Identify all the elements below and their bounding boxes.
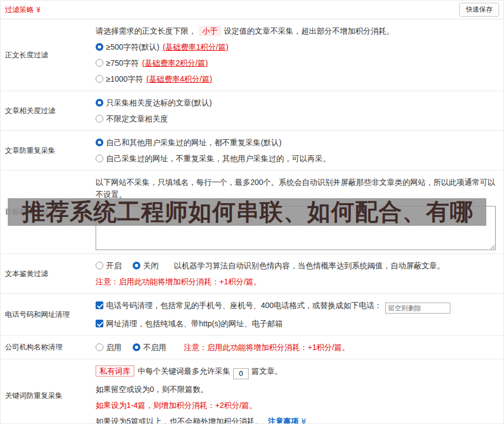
max-articles-count-input[interactable] <box>233 368 249 379</box>
length-option-750[interactable]: ≥750字符(基础费率2积分/篇) <box>96 57 499 69</box>
company-clean-note: 注意：启用此功能将增加积分消耗：+1积分/篇。 <box>184 343 350 352</box>
dedup-option-all-users-label: 自己和其他用户采集过的网址，都不重复采集(默认) <box>106 138 281 147</box>
phone-url-clean-label: 电话号码和网址清理 <box>1 294 96 335</box>
intro-after: 设定值的文章不采集，超出部分不增加积分消耗。 <box>224 26 394 35</box>
notice-chevron-icon: ≫ <box>298 418 310 424</box>
relevance-content: 只采集相关度达标的文章(默认) 不限定文章相关度 <box>96 91 503 130</box>
length-option-500-label: ≥500字符(默认) <box>106 43 159 51</box>
dedup-content: 自己和其他用户采集过的网址，都不重复采集(默认) 自己采集过的网址，不重复采集，… <box>96 131 503 170</box>
url-clean-line: 网址清理，包括纯域名、带http(s)的网址、电子邮箱 <box>96 317 499 330</box>
row-dedup-collection: 文章防重复采集 自己和其他用户采集过的网址，都不重复采集(默认) 自己采集过的网… <box>1 131 503 171</box>
url-clean-option[interactable]: 网址清理，包括纯域名、带http(s)的网址、电子邮箱 <box>96 319 283 328</box>
phone-url-clean-content: 电话号码清理，包括常见的手机号、座机号、400电话格式，或替换成如下电话： 网址… <box>96 294 503 335</box>
page-header: 过滤策略≫ 快速保存 <box>1 1 503 19</box>
company-clean-disable-label: 不启用 <box>143 343 166 352</box>
radio-icon[interactable] <box>96 115 103 123</box>
content-length-label: 正文长度过滤 <box>1 19 96 91</box>
porn-filter-content: 开启 关闭 以机器学习算法自动识别色情内容，当色情概率达到系统阈值，自动屏蔽文章… <box>96 254 503 293</box>
keyword-dedup-content: 私有词库中每个关键词最多允许采集篇文章。 如果留空或设为0，则不限篇数。 如果设… <box>96 359 503 424</box>
keyword-dedup-label: 关键词防重复采集 <box>1 359 96 424</box>
notice-link[interactable]: 注意事项≫ <box>268 417 307 424</box>
quick-save-button[interactable]: 快速保存 <box>459 3 499 17</box>
keyword-dedup-line2: 如果留空或设为0，则不限篇数。 <box>96 383 499 395</box>
keyword-dedup-line1: 私有词库中每个关键词最多允许采集篇文章。 <box>96 365 499 379</box>
relevance-label: 文章相关度过滤 <box>1 91 96 130</box>
content-length-intro: 请选择需求的正文长度下限，小于设定值的文章不采集，超出部分不增加积分消耗。 <box>96 25 499 37</box>
relevance-option-any[interactable]: 不限定文章相关度 <box>96 113 499 125</box>
length-option-500[interactable]: ≥500字符(默认)(基础费率1积分/篇) <box>96 41 499 53</box>
intro-before: 请选择需求的正文长度下限， <box>96 26 196 35</box>
relevance-option-strict-label: 只采集相关度达标的文章(默认) <box>106 98 212 107</box>
keyword-dedup-line3: 如果设为1-4篇，则增加积分消耗：+2积分/篇。 <box>96 399 499 411</box>
keyword-dedup-line4: 如果设为5篇或以上，也不会额外增加积分消耗。注意事项≫ <box>96 415 499 424</box>
phone-clean-label: 电话号码清理，包括常见的手机号、座机号、400电话格式，或替换成如下电话： <box>106 301 382 310</box>
company-clean-label: 公司机构名称清理 <box>1 336 96 359</box>
keyword-dedup-line1-end: 篇文章。 <box>251 367 282 375</box>
porn-filter-description: 以机器学习算法自动识别色情内容，当色情概率达到系统阈值，自动屏蔽文章。 <box>174 261 445 270</box>
watermark-banner: 推荐系统工程师如何串联、如何配合、有哪 <box>8 198 486 226</box>
porn-filter-option-on[interactable]: 开启 <box>96 261 124 270</box>
porn-filter-on-label: 开启 <box>106 261 122 270</box>
porn-filter-off-label: 关闭 <box>143 261 159 270</box>
radio-selected-icon[interactable] <box>96 139 103 146</box>
porn-filter-label: 文本鉴黄过滤 <box>1 254 96 293</box>
checkbox-checked-icon[interactable] <box>96 320 103 327</box>
company-clean-option-disable[interactable]: 不启用 <box>133 343 169 352</box>
url-clean-label: 网址清理，包括纯域名、带http(s)的网址、电子邮箱 <box>106 319 283 328</box>
radio-icon[interactable] <box>96 155 103 162</box>
keyword-dedup-line4-text: 如果设为5篇或以上，也不会额外增加积分消耗。 <box>96 417 262 424</box>
length-option-750-fee: (基础费率2积分/篇) <box>142 59 208 67</box>
radio-icon[interactable] <box>96 343 103 351</box>
radio-icon[interactable] <box>96 262 103 269</box>
page-title[interactable]: 过滤策略≫ <box>5 5 42 15</box>
page-title-text: 过滤策略 <box>5 6 34 14</box>
keyword-dedup-line1-mid: 中每个关键词最多允许采集 <box>138 367 230 375</box>
collapse-chevron-icon[interactable]: ≫ <box>35 6 42 13</box>
private-lexicon-tag[interactable]: 私有词库 <box>96 365 134 377</box>
dedup-option-all-users[interactable]: 自己和其他用户采集过的网址，都不重复采集(默认) <box>96 136 499 149</box>
radio-selected-icon[interactable] <box>133 262 140 269</box>
content-length-content: 请选择需求的正文长度下限，小于设定值的文章不采集，超出部分不增加积分消耗。 ≥5… <box>96 19 503 91</box>
row-phone-url-clean: 电话号码和网址清理 电话号码清理，包括常见的手机号、座机号、400电话格式，或替… <box>1 294 503 336</box>
porn-filter-note: 注意：启用此功能将增加积分消耗：+1积分/篇。 <box>96 275 499 288</box>
length-option-500-fee: (基础费率1积分/篇) <box>162 43 228 51</box>
replacement-phone-input[interactable] <box>385 303 450 314</box>
checkbox-checked-icon[interactable] <box>96 301 103 309</box>
company-clean-option-enable[interactable]: 启用 <box>96 343 124 352</box>
row-relevance-filter: 文章相关度过滤 只采集相关度达标的文章(默认) 不限定文章相关度 <box>1 91 503 131</box>
dedup-label: 文章防重复采集 <box>1 131 96 170</box>
row-company-clean: 公司机构名称清理 启用 不启用 注意：启用此功能将增加积分消耗：+1积分/篇。 <box>1 336 503 359</box>
length-option-750-label: ≥750字符 <box>106 59 139 67</box>
target-sites-description: 以下网站不采集，只填域名，每行一个，最多200个。系统会自动识别并屏蔽那些非文章… <box>96 176 499 200</box>
radio-selected-icon[interactable] <box>96 99 103 107</box>
porn-filter-option-off[interactable]: 关闭 <box>133 261 161 270</box>
company-clean-options: 启用 不启用 注意：启用此功能将增加积分消耗：+1积分/篇。 <box>96 341 499 353</box>
phone-clean-option[interactable]: 电话号码清理，包括常见的手机号、座机号、400电话格式，或替换成如下电话： <box>96 301 384 310</box>
watermark-text: 推荐系统工程师如何串联、如何配合、有哪 <box>22 198 474 226</box>
filter-strategy-page: 过滤策略≫ 快速保存 正文长度过滤 请选择需求的正文长度下限，小于设定值的文章不… <box>0 0 504 424</box>
company-clean-enable-label: 启用 <box>106 343 122 352</box>
relevance-option-any-label: 不限定文章相关度 <box>106 114 168 123</box>
dedup-option-self-only[interactable]: 自己采集过的网址，不重复采集，其他用户采集过的，可以再采。 <box>96 152 499 165</box>
intro-highlight: 小于 <box>199 26 221 36</box>
radio-selected-icon[interactable] <box>133 343 140 351</box>
length-option-1000[interactable]: ≥1000字符(基础费率4积分/篇) <box>96 73 499 85</box>
relevance-option-strict[interactable]: 只采集相关度达标的文章(默认) <box>96 97 499 109</box>
row-keyword-dedup: 关键词防重复采集 私有词库中每个关键词最多允许采集篇文章。 如果留空或设为0，则… <box>1 359 503 424</box>
company-clean-content: 启用 不启用 注意：启用此功能将增加积分消耗：+1积分/篇。 <box>96 336 503 359</box>
radio-selected-icon[interactable] <box>96 43 103 51</box>
dedup-option-self-only-label: 自己采集过的网址，不重复采集，其他用户采集过的，可以再采。 <box>106 154 330 163</box>
radio-icon[interactable] <box>96 75 103 83</box>
row-porn-filter: 文本鉴黄过滤 开启 关闭 以机器学习算法自动识别色情内容，当色情概率达到系统阈值… <box>1 254 503 294</box>
length-option-1000-fee: (基础费率4积分/篇) <box>146 75 212 83</box>
notice-link-label: 注意事项 <box>268 417 299 424</box>
length-option-1000-label: ≥1000字符 <box>106 75 143 83</box>
radio-icon[interactable] <box>96 59 103 67</box>
row-content-length-filter: 正文长度过滤 请选择需求的正文长度下限，小于设定值的文章不采集，超出部分不增加积… <box>1 19 503 91</box>
phone-clean-line: 电话号码清理，包括常见的手机号、座机号、400电话格式，或替换成如下电话： <box>96 299 499 314</box>
porn-filter-options: 开启 关闭 以机器学习算法自动识别色情内容，当色情概率达到系统阈值，自动屏蔽文章… <box>96 259 499 272</box>
